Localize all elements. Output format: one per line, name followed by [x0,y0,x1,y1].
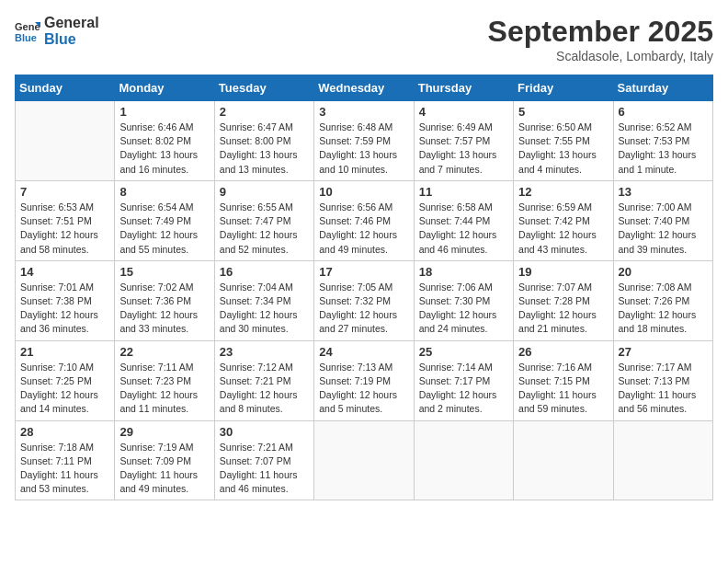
day-number: 1 [119,105,209,119]
day-info: Sunrise: 7:06 AM Sunset: 7:30 PM Dayligh… [419,281,508,337]
calendar-cell: 4Sunrise: 6:49 AM Sunset: 7:57 PM Daylig… [414,101,513,181]
calendar-cell: 25Sunrise: 7:14 AM Sunset: 7:17 PM Dayli… [414,340,513,420]
calendar-cell: 22Sunrise: 7:11 AM Sunset: 7:23 PM Dayli… [115,340,214,420]
calendar-cell: 2Sunrise: 6:47 AM Sunset: 8:00 PM Daylig… [214,101,313,181]
day-info: Sunrise: 6:47 AM Sunset: 8:00 PM Dayligh… [220,121,309,177]
weekday-header-wednesday: Wednesday [314,75,414,101]
calendar-cell: 13Sunrise: 7:00 AM Sunset: 7:40 PM Dayli… [613,180,712,260]
calendar-cell [613,420,712,500]
day-number: 18 [419,265,508,279]
day-info: Sunrise: 6:58 AM Sunset: 7:44 PM Dayligh… [419,201,508,257]
day-info: Sunrise: 7:14 AM Sunset: 7:17 PM Dayligh… [419,361,508,417]
calendar-cell [514,420,613,500]
week-row-0: 1Sunrise: 6:46 AM Sunset: 8:02 PM Daylig… [16,101,713,181]
title-block: September 2025 Scaldasole, Lombardy, Ita… [488,15,713,63]
calendar-cell: 27Sunrise: 7:17 AM Sunset: 7:13 PM Dayli… [613,340,712,420]
week-row-2: 14Sunrise: 7:01 AM Sunset: 7:38 PM Dayli… [16,260,713,340]
calendar-cell: 11Sunrise: 6:58 AM Sunset: 7:44 PM Dayli… [414,180,513,260]
calendar-cell: 8Sunrise: 6:54 AM Sunset: 7:49 PM Daylig… [115,180,214,260]
calendar-cell: 28Sunrise: 7:18 AM Sunset: 7:11 PM Dayli… [16,420,115,500]
logo-blue: Blue [44,31,99,48]
day-number: 21 [20,345,109,359]
day-info: Sunrise: 7:17 AM Sunset: 7:13 PM Dayligh… [619,361,708,417]
day-number: 12 [518,185,608,199]
day-number: 8 [119,185,209,199]
day-number: 28 [20,425,109,439]
day-number: 3 [319,105,408,119]
day-number: 29 [119,425,209,439]
calendar-cell: 5Sunrise: 6:50 AM Sunset: 7:55 PM Daylig… [514,101,613,181]
day-info: Sunrise: 7:18 AM Sunset: 7:11 PM Dayligh… [20,441,109,497]
calendar-cell: 10Sunrise: 6:56 AM Sunset: 7:46 PM Dayli… [314,180,414,260]
day-number: 30 [220,425,309,439]
day-number: 10 [319,185,408,199]
day-info: Sunrise: 6:53 AM Sunset: 7:51 PM Dayligh… [20,201,109,257]
calendar-cell [314,420,414,500]
day-info: Sunrise: 7:19 AM Sunset: 7:09 PM Dayligh… [119,441,209,497]
day-number: 2 [220,105,309,119]
calendar-cell: 30Sunrise: 7:21 AM Sunset: 7:07 PM Dayli… [214,420,313,500]
calendar-cell [414,420,513,500]
day-info: Sunrise: 6:59 AM Sunset: 7:42 PM Dayligh… [518,201,608,257]
calendar-cell: 23Sunrise: 7:12 AM Sunset: 7:21 PM Dayli… [214,340,313,420]
day-number: 17 [319,265,408,279]
month-title: September 2025 [488,15,713,49]
calendar-cell: 16Sunrise: 7:04 AM Sunset: 7:34 PM Dayli… [214,260,313,340]
calendar-cell: 24Sunrise: 7:13 AM Sunset: 7:19 PM Dayli… [314,340,414,420]
day-info: Sunrise: 6:46 AM Sunset: 8:02 PM Dayligh… [119,121,209,177]
weekday-header-monday: Monday [115,75,214,101]
day-info: Sunrise: 7:05 AM Sunset: 7:32 PM Dayligh… [319,281,408,337]
calendar-cell: 29Sunrise: 7:19 AM Sunset: 7:09 PM Dayli… [115,420,214,500]
location: Scaldasole, Lombardy, Italy [488,49,713,63]
calendar-cell: 6Sunrise: 6:52 AM Sunset: 7:53 PM Daylig… [613,101,712,181]
calendar-cell: 15Sunrise: 7:02 AM Sunset: 7:36 PM Dayli… [115,260,214,340]
day-number: 6 [619,105,708,119]
calendar-cell: 21Sunrise: 7:10 AM Sunset: 7:25 PM Dayli… [16,340,115,420]
day-number: 26 [518,345,608,359]
day-number: 23 [220,345,309,359]
week-row-1: 7Sunrise: 6:53 AM Sunset: 7:51 PM Daylig… [16,180,713,260]
day-number: 20 [619,265,708,279]
day-number: 11 [419,185,508,199]
weekday-header-tuesday: Tuesday [214,75,313,101]
day-number: 5 [518,105,608,119]
day-info: Sunrise: 6:49 AM Sunset: 7:57 PM Dayligh… [419,121,508,177]
svg-text:Blue: Blue [15,32,37,43]
day-number: 13 [619,185,708,199]
week-row-3: 21Sunrise: 7:10 AM Sunset: 7:25 PM Dayli… [16,340,713,420]
day-number: 16 [220,265,309,279]
day-info: Sunrise: 7:11 AM Sunset: 7:23 PM Dayligh… [119,361,209,417]
day-info: Sunrise: 6:54 AM Sunset: 7:49 PM Dayligh… [119,201,209,257]
calendar-cell: 20Sunrise: 7:08 AM Sunset: 7:26 PM Dayli… [613,260,712,340]
logo: General Blue General Blue [15,15,99,49]
day-number: 24 [319,345,408,359]
day-info: Sunrise: 7:13 AM Sunset: 7:19 PM Dayligh… [319,361,408,417]
day-number: 9 [220,185,309,199]
day-number: 25 [419,345,508,359]
weekday-header-saturday: Saturday [613,75,712,101]
day-info: Sunrise: 7:12 AM Sunset: 7:21 PM Dayligh… [220,361,309,417]
calendar-cell: 19Sunrise: 7:07 AM Sunset: 7:28 PM Dayli… [514,260,613,340]
weekday-header-friday: Friday [514,75,613,101]
day-number: 15 [119,265,209,279]
logo-icon: General Blue [15,18,40,44]
calendar-cell: 26Sunrise: 7:16 AM Sunset: 7:15 PM Dayli… [514,340,613,420]
day-info: Sunrise: 7:01 AM Sunset: 7:38 PM Dayligh… [20,281,109,337]
day-info: Sunrise: 7:16 AM Sunset: 7:15 PM Dayligh… [518,361,608,417]
day-number: 27 [619,345,708,359]
day-info: Sunrise: 6:52 AM Sunset: 7:53 PM Dayligh… [619,121,708,177]
day-number: 14 [20,265,109,279]
day-info: Sunrise: 7:08 AM Sunset: 7:26 PM Dayligh… [619,281,708,337]
day-info: Sunrise: 7:10 AM Sunset: 7:25 PM Dayligh… [20,361,109,417]
calendar-cell: 17Sunrise: 7:05 AM Sunset: 7:32 PM Dayli… [314,260,414,340]
day-info: Sunrise: 6:56 AM Sunset: 7:46 PM Dayligh… [319,201,408,257]
calendar-header: SundayMondayTuesdayWednesdayThursdayFrid… [16,75,713,101]
calendar-cell: 7Sunrise: 6:53 AM Sunset: 7:51 PM Daylig… [16,180,115,260]
weekday-header-thursday: Thursday [414,75,513,101]
day-info: Sunrise: 6:48 AM Sunset: 7:59 PM Dayligh… [319,121,408,177]
calendar-cell: 1Sunrise: 6:46 AM Sunset: 8:02 PM Daylig… [115,101,214,181]
day-info: Sunrise: 7:00 AM Sunset: 7:40 PM Dayligh… [619,201,708,257]
day-number: 7 [20,185,109,199]
page-header: General Blue General Blue September 2025… [15,15,713,63]
day-info: Sunrise: 6:55 AM Sunset: 7:47 PM Dayligh… [220,201,309,257]
